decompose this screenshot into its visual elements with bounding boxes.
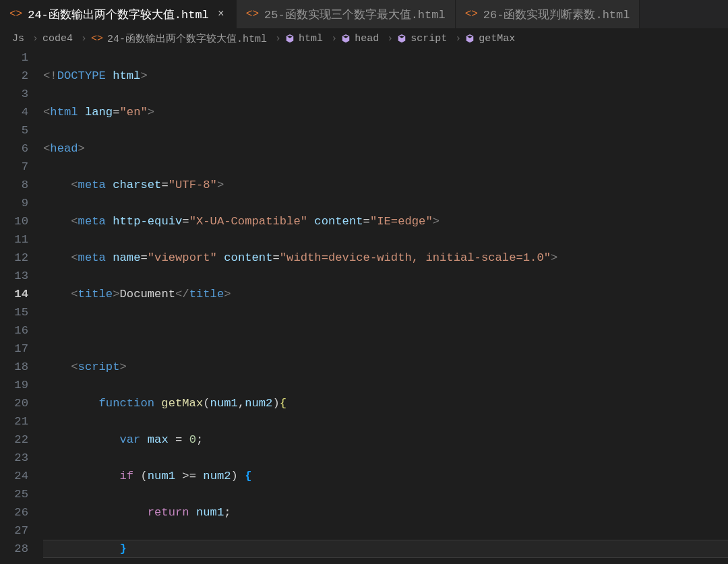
line-number: 26 xyxy=(0,503,28,522)
line-number: 21 xyxy=(0,412,28,431)
line-number: 10 xyxy=(0,212,28,230)
chevron-right-icon: › xyxy=(32,33,38,44)
symbol-namespace-icon xyxy=(285,34,295,43)
symbol-namespace-icon xyxy=(341,34,351,43)
breadcrumb-head[interactable]: head xyxy=(341,33,379,44)
line-number: 2 xyxy=(0,67,28,85)
breadcrumb-file[interactable]: <>24-函数输出两个数字较大值.html xyxy=(91,32,267,45)
html-file-icon: <> xyxy=(91,33,103,44)
line-number: 11 xyxy=(0,230,28,249)
tab-file-24[interactable]: <> 24-函数输出两个数字较大值.html × xyxy=(0,0,237,28)
code-editor[interactable]: 1234567891011121314151617181920212223242… xyxy=(0,49,728,564)
line-number: 16 xyxy=(0,321,28,340)
line-number: 24 xyxy=(0,467,28,485)
html-file-icon: <> xyxy=(9,8,22,20)
line-number: 15 xyxy=(0,303,28,321)
tab-label: 24-函数输出两个数字较大值.html xyxy=(28,7,209,22)
chevron-right-icon: › xyxy=(81,33,87,44)
line-number: 25 xyxy=(0,485,28,503)
line-number: 12 xyxy=(0,249,28,267)
breadcrumb-js[interactable]: Js xyxy=(12,33,24,44)
tab-file-26[interactable]: <> 26-函数实现判断素数.html xyxy=(456,0,640,28)
tab-label: 25-函数实现三个数字最大值.html xyxy=(264,7,446,22)
line-number: 3 xyxy=(0,85,28,103)
breadcrumb-script[interactable]: script xyxy=(397,33,447,44)
line-number: 9 xyxy=(0,194,28,212)
chevron-right-icon: › xyxy=(331,33,337,44)
line-number: 13 xyxy=(0,267,28,285)
close-icon[interactable]: × xyxy=(216,8,226,20)
chevron-right-icon: › xyxy=(275,33,281,44)
line-number: 6 xyxy=(0,139,28,158)
code-area[interactable]: <!DOCTYPE html> <html lang="en"> <head> … xyxy=(43,49,728,564)
line-number: 20 xyxy=(0,394,28,412)
line-number: 22 xyxy=(0,431,28,449)
breadcrumb-getmax[interactable]: getMax xyxy=(465,33,515,44)
html-file-icon: <> xyxy=(246,8,259,20)
line-number: 19 xyxy=(0,376,28,394)
tab-label: 26-函数实现判断素数.html xyxy=(483,7,630,22)
line-number: 14 xyxy=(0,285,28,303)
line-number: 28 xyxy=(0,540,28,558)
line-number: 4 xyxy=(0,103,28,121)
line-number: 18 xyxy=(0,358,28,376)
symbol-method-icon xyxy=(465,34,475,43)
line-number: 7 xyxy=(0,158,28,176)
tab-file-25[interactable]: <> 25-函数实现三个数字最大值.html xyxy=(237,0,456,28)
chevron-right-icon: › xyxy=(387,33,393,44)
breadcrumb-bar: Js › code4 › <>24-函数输出两个数字较大值.html › htm… xyxy=(0,28,728,49)
html-file-icon: <> xyxy=(465,8,478,20)
tab-bar: <> 24-函数输出两个数字较大值.html × <> 25-函数实现三个数字最… xyxy=(0,0,728,28)
breadcrumb-code4[interactable]: code4 xyxy=(42,33,73,44)
line-number: 5 xyxy=(0,121,28,139)
chevron-right-icon: › xyxy=(455,33,461,44)
line-number: 27 xyxy=(0,522,28,540)
line-number: 8 xyxy=(0,176,28,194)
line-number: 17 xyxy=(0,340,28,358)
line-number: 1 xyxy=(0,49,28,67)
symbol-namespace-icon xyxy=(397,34,406,43)
line-number-gutter: 1234567891011121314151617181920212223242… xyxy=(0,49,43,564)
line-number: 23 xyxy=(0,449,28,467)
breadcrumb-html[interactable]: html xyxy=(285,33,323,44)
